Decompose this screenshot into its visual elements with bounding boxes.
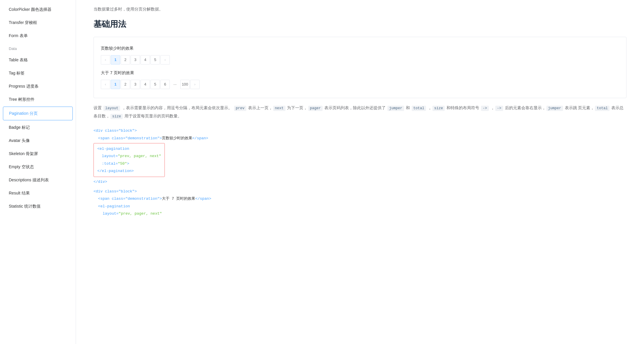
pagination-2: ‹ 1 2 3 4 5 6 ··· 100 › <box>101 80 619 89</box>
layout-tag: layout <box>103 106 120 111</box>
code-line-1: <div class="block"> <box>94 127 626 134</box>
desc-text-1: 设置 <box>94 105 103 110</box>
sidebar-item-badge[interactable]: Badge 标记 <box>0 121 76 134</box>
next-btn-1[interactable]: › <box>160 55 170 65</box>
desc-text-2: ，表示需要显示的内容，用逗号分隔，布局元素会依次显示。 <box>121 105 233 110</box>
code-div-open: <div class="block"> <box>94 128 137 133</box>
page-btn-2-3[interactable]: 3 <box>131 80 140 89</box>
demo2-label: 大于 7 页时的效果 <box>101 70 619 76</box>
page-btn-1-1[interactable]: 1 <box>111 55 120 65</box>
code-layout-name: layout= <box>102 154 118 158</box>
total-tag: total <box>412 106 426 111</box>
next-tag: next <box>273 106 285 111</box>
page-btn-1-5[interactable]: 5 <box>150 55 160 65</box>
desc-text-10: 后的元素会靠右显示， <box>504 105 546 110</box>
page-btn-2-6[interactable]: 6 <box>160 80 170 89</box>
size2-tag: size <box>110 114 123 119</box>
code-section-2: <div class="block"> <span class="demonst… <box>94 188 626 218</box>
sidebar-item-form[interactable]: Form 表单 <box>0 29 76 42</box>
page-btn-1-2[interactable]: 2 <box>121 55 130 65</box>
code-div2-tag: <div class="block"> <box>94 189 137 194</box>
desc-text-4: 为下一页， <box>286 105 308 110</box>
code-layout-val: "prev, pager, next" <box>118 154 161 158</box>
prev-btn-1[interactable]: ‹ <box>101 55 110 65</box>
code-line-2: <span class="demonstration">页数较少时的效果</sp… <box>94 135 626 142</box>
code-highlight-box: <el-pagination layout="prev, pager, next… <box>94 143 165 177</box>
code-layout-attr: layout="prev, pager, next" <box>97 152 161 160</box>
code-span2-text: 大于 7 页时的效果 <box>162 197 195 201</box>
sidebar-item-table[interactable]: Table 表格 <box>0 53 76 67</box>
desc-text-5: 表示页码列表，除此以外还提供了 <box>323 105 387 110</box>
page-btn-1-3[interactable]: 3 <box>131 55 140 65</box>
section-title: 基础用法 <box>94 19 626 30</box>
demo1-label: 页数较少时的效果 <box>101 46 619 51</box>
code-elpag-tag: <el-pagination <box>97 147 129 151</box>
demo-box: 页数较少时的效果 ‹ 1 2 3 4 5 › 大于 7 页时的效果 ‹ 1 2 … <box>94 37 626 98</box>
prev-tag: prev <box>234 106 246 111</box>
desc-text-8: 和特殊的布局符号 <box>445 105 480 110</box>
sidebar-item-tag[interactable]: Tag 标签 <box>0 67 76 80</box>
code-elpag-close: </el-pagination> <box>97 169 134 173</box>
desc-text-7: ， <box>427 105 432 110</box>
sidebar-item-tree[interactable]: Tree 树形控件 <box>0 93 76 106</box>
page-btn-2-1[interactable]: 1 <box>111 80 120 89</box>
jumper2-tag: jumper <box>546 106 563 111</box>
size-tag: size <box>432 106 445 111</box>
code-span-open: <span class="demonstration"> <box>98 136 162 140</box>
code-layout2-attr: layout="prev, pager, next" <box>94 210 626 217</box>
page-btn-2-5[interactable]: 5 <box>150 80 160 89</box>
sidebar-item-empty[interactable]: Empty 空状态 <box>0 160 76 173</box>
code-span-text: 页数较少时的效果 <box>162 136 192 140</box>
code-span2-close: </span> <box>195 197 211 201</box>
code-el-close: </el-pagination> <box>97 167 161 175</box>
code-div2-open: <div class="block"> <box>94 188 626 195</box>
code-total-name: :total= <box>102 161 118 166</box>
sidebar-item-avatar[interactable]: Avatar 头像 <box>0 134 76 147</box>
code-total-attr: :total="50"> <box>97 160 161 167</box>
sidebar-item-pagination[interactable]: Pagination 分页 <box>3 107 73 120</box>
arrow2-tag: -> <box>495 106 503 111</box>
jumper-tag: jumper <box>387 106 404 111</box>
desc-text-6: 和 <box>405 105 411 110</box>
page-btn-2-2[interactable]: 2 <box>121 80 130 89</box>
code-div-close-1: </div> <box>94 178 626 185</box>
total2-tag: total <box>595 106 610 111</box>
sidebar-item-transfer[interactable]: Transfer 穿梭框 <box>0 16 76 29</box>
page-btn-2-4[interactable]: 4 <box>141 80 150 89</box>
page-btn-2-100[interactable]: 100 <box>180 80 190 89</box>
sidebar-category-data: Data <box>0 42 76 53</box>
desc-text-13: 用于设置每页显示的页码数量。 <box>123 114 182 118</box>
next-btn-2[interactable]: › <box>190 80 200 89</box>
sidebar-item-descriptions[interactable]: Descriptions 描述列表 <box>0 173 76 187</box>
sidebar-item-skeleton[interactable]: Skeleton 骨架屏 <box>0 147 76 160</box>
pager-tag: pager <box>308 106 323 111</box>
page-btn-1-4[interactable]: 4 <box>141 55 150 65</box>
pagination-1: ‹ 1 2 3 4 5 › <box>101 55 619 65</box>
sidebar-item-colorpicker[interactable]: ColorPicker 颜色选择器 <box>0 3 76 16</box>
desc-text-3: 表示上一页， <box>247 105 273 110</box>
code-div-end: </div> <box>94 180 107 184</box>
arrow1-tag: -> <box>481 106 489 111</box>
sidebar: ColorPicker 颜色选择器 Transfer 穿梭框 Form 表单 D… <box>0 0 76 344</box>
description-block: 设置 layout ，表示需要显示的内容，用逗号分隔，布局元素会依次显示。 pr… <box>94 104 626 120</box>
code-section-1: <div class="block"> <span class="demonst… <box>94 127 626 185</box>
code-el2-tag: <el-pagination <box>98 204 130 209</box>
code-span2: <span class="demonstration">大于 7 页时的效果</… <box>94 195 626 202</box>
code-total-val: "50" <box>118 161 127 166</box>
main-content: 当数据量过多时，使用分页分解数据。 基础用法 页数较少时的效果 ‹ 1 2 3 … <box>76 0 644 344</box>
sidebar-item-progress[interactable]: Progress 进度条 <box>0 80 76 93</box>
code-span2-open: <span class="demonstration"> <box>98 197 162 201</box>
code-layout2-name: layout= <box>103 211 119 216</box>
code-block: <div class="block"> <span class="demonst… <box>94 127 626 217</box>
code-span-close: </span> <box>192 136 208 140</box>
desc-text-11: 表示跳 页元素， <box>564 105 595 110</box>
code-el2-open: <el-pagination <box>94 203 626 210</box>
page-ellipsis: ··· <box>170 80 180 89</box>
sidebar-item-statistic[interactable]: Statistic 统计数值 <box>0 200 76 213</box>
sidebar-item-result[interactable]: Result 结果 <box>0 187 76 200</box>
code-gt: > <box>127 161 129 166</box>
top-note: 当数据量过多时，使用分页分解数据。 <box>94 6 626 13</box>
code-layout2-val: "prev, pager, next" <box>119 211 162 216</box>
prev-btn-2[interactable]: ‹ <box>101 80 110 89</box>
code-el-open: <el-pagination <box>97 145 161 152</box>
